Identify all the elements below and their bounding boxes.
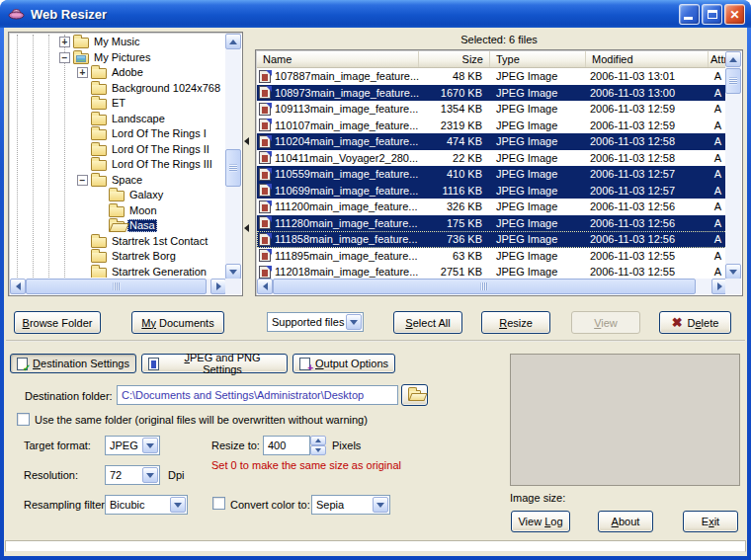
scrollbar-corner — [725, 279, 741, 294]
resolution-select[interactable]: 72 — [105, 465, 160, 485]
resize-button[interactable]: Resize — [481, 311, 550, 334]
tree-item-my-music[interactable]: + My Music — [10, 35, 224, 50]
resize-to-input[interactable] — [263, 436, 310, 455]
close-button[interactable]: ✕ — [724, 4, 745, 25]
scroll-left-button[interactable] — [10, 279, 26, 294]
scrollbar-thumb[interactable] — [725, 68, 741, 94]
view-log-button[interactable]: View Log — [511, 511, 570, 532]
scroll-right-button[interactable] — [210, 279, 226, 294]
dropdown-arrow-icon[interactable] — [373, 497, 388, 513]
tree-item-et[interactable]: ET — [10, 96, 224, 112]
column-header-type[interactable]: Type — [490, 51, 586, 67]
open-folder-icon — [408, 390, 421, 401]
tree-item-adobe[interactable]: + Adobe — [10, 65, 224, 81]
browse-destination-button[interactable] — [401, 384, 428, 406]
dropdown-arrow-icon[interactable] — [346, 314, 362, 330]
file-row[interactable]: 110559main_image_feature... 410 KB JPEG … — [257, 166, 727, 183]
arrow-left-icon — [16, 282, 21, 290]
scrollbar-thumb[interactable] — [26, 279, 207, 294]
maximize-button[interactable] — [702, 4, 722, 25]
jpeg-file-icon — [259, 200, 271, 213]
my-documents-button[interactable]: My Documents — [131, 311, 224, 334]
resampling-filter-select[interactable]: Bicubic — [105, 495, 188, 515]
scroll-left-button[interactable] — [257, 279, 273, 294]
tree-item-startrek-generation[interactable]: Startrek Generation — [10, 265, 224, 279]
file-row[interactable]: 111895main_image_feature... 63 KB JPEG I… — [257, 248, 727, 265]
scrollbar-thumb[interactable] — [273, 279, 696, 294]
tree-item-startrek-1st-contact[interactable]: Startrek 1st Contact — [10, 234, 224, 250]
tree-item-lotr-2[interactable]: Lord Of The Rings II — [10, 142, 224, 158]
tree-item-galaxy[interactable]: Galaxy — [10, 188, 224, 203]
file-row[interactable]: 107887main_image_feature... 48 KB JPEG I… — [257, 68, 727, 85]
dropdown-arrow-icon[interactable] — [142, 467, 158, 483]
column-header-name[interactable]: Name — [257, 51, 419, 67]
list-horizontal-scrollbar[interactable] — [257, 279, 727, 294]
expand-plus-icon[interactable]: + — [77, 67, 88, 78]
dropdown-arrow-icon[interactable] — [142, 438, 158, 453]
tree-item-background[interactable]: Background 1024x768 — [10, 81, 224, 97]
about-button[interactable]: About — [598, 511, 653, 532]
tree-item-moon[interactable]: Moon — [10, 203, 224, 219]
minimize-button[interactable] — [679, 4, 700, 25]
file-row[interactable]: 109113main_image_feature... 1354 KB JPEG… — [257, 101, 727, 118]
file-row[interactable]: 108973main_image_feature... 1670 KB JPEG… — [257, 85, 727, 102]
panel-splitter-handle[interactable] — [244, 221, 252, 235]
tree-horizontal-scrollbar[interactable] — [10, 279, 226, 294]
tree-item-nasa[interactable]: Nasa — [10, 218, 224, 234]
convert-color-checkbox[interactable] — [212, 497, 225, 510]
target-format-label: Target format: — [24, 440, 91, 451]
delete-button[interactable]: ✖ Delete — [659, 311, 731, 334]
scrollbar-thumb[interactable] — [225, 149, 241, 187]
tab-output-options[interactable]: + Output Options — [292, 354, 395, 373]
delete-x-icon: ✖ — [672, 316, 683, 329]
file-row[interactable]: 111280main_image_feature... 175 KB JPEG … — [257, 215, 727, 232]
panel-splitter-handle[interactable] — [244, 134, 252, 148]
exit-button[interactable]: Exit — [683, 511, 738, 532]
file-row[interactable]: 112018main_image_feature... 2751 KB JPEG… — [257, 264, 727, 280]
file-row[interactable]: 110204main_image_feature... 474 KB JPEG … — [257, 133, 727, 150]
tree-vertical-scrollbar[interactable] — [225, 34, 241, 280]
stepper-down-button[interactable] — [310, 445, 326, 455]
destination-folder-input[interactable] — [117, 385, 398, 405]
file-filter-select[interactable]: Supported files — [267, 312, 364, 332]
scroll-up-button[interactable] — [225, 34, 241, 49]
folder-icon — [91, 237, 107, 248]
column-header-size[interactable]: Size — [419, 51, 490, 67]
scroll-down-button[interactable] — [225, 264, 241, 280]
scroll-down-button[interactable] — [725, 264, 741, 280]
expand-plus-icon[interactable]: + — [59, 37, 70, 47]
tree-item-startrek-borg[interactable]: Startrek Borg — [10, 249, 224, 265]
file-row[interactable]: 110107main_image_feature... 2319 KB JPEG… — [257, 118, 727, 134]
file-row[interactable]: 111858main_image_feature... 736 KB JPEG … — [257, 231, 727, 248]
resize-to-stepper[interactable] — [310, 436, 326, 455]
tree-item-space[interactable]: − Space — [10, 173, 224, 189]
jpeg-file-icon — [259, 103, 271, 116]
browse-folder-button[interactable]: Browse Folder — [14, 311, 101, 334]
app-saucer-icon — [8, 6, 25, 22]
same-folder-checkbox[interactable] — [17, 413, 30, 426]
maximize-icon — [708, 10, 717, 19]
tree-item-landscape[interactable]: Landscape — [10, 112, 224, 127]
window-controls: ✕ — [679, 4, 745, 25]
file-row[interactable]: 111200main_image_feature... 326 KB JPEG … — [257, 199, 727, 215]
output-options-icon: + — [299, 358, 310, 370]
convert-color-select[interactable]: Sepia — [311, 495, 390, 515]
tab-jpeg-png-settings[interactable]: JPEG and PNG Settings — [141, 354, 288, 373]
file-row[interactable]: 110411main_Voyager2_280... 22 KB JPEG Im… — [257, 150, 727, 167]
arrow-up-icon — [229, 40, 237, 44]
target-format-select[interactable]: JPEG — [105, 436, 160, 455]
select-all-button[interactable]: Select All — [393, 311, 462, 334]
view-button: View — [571, 311, 640, 334]
tree-item-lotr-1[interactable]: Lord Of The Rings I — [10, 126, 224, 142]
file-row[interactable]: 110699main_image_feature... 1116 KB JPEG… — [257, 183, 727, 200]
column-header-modified[interactable]: Modified — [586, 51, 709, 67]
collapse-minus-icon[interactable]: − — [59, 52, 70, 63]
tree-item-my-pictures[interactable]: − My Pictures — [10, 50, 224, 66]
list-vertical-scrollbar[interactable] — [725, 51, 741, 280]
dropdown-arrow-icon[interactable] — [170, 497, 186, 513]
stepper-up-button[interactable] — [310, 436, 326, 445]
collapse-minus-icon[interactable]: − — [77, 175, 88, 186]
tab-destination-settings[interactable]: ✓ Destination Settings — [10, 354, 136, 373]
scroll-up-button[interactable] — [725, 51, 741, 67]
tree-item-lotr-3[interactable]: Lord Of The Rings III — [10, 157, 224, 173]
